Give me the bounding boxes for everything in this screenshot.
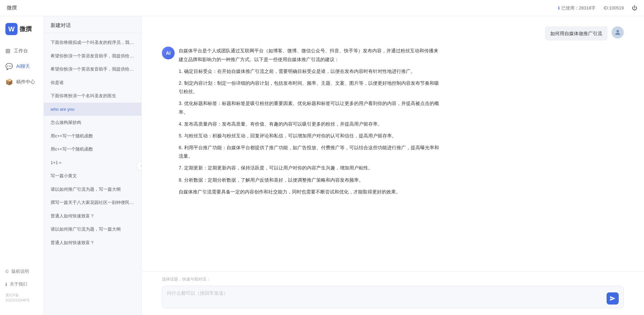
send-button[interactable] bbox=[607, 292, 619, 305]
history-item[interactable]: 用c++写一个随机函数 bbox=[44, 129, 141, 143]
history-item[interactable]: 下面你将扮演一个名叫圣友的医生 bbox=[44, 89, 141, 103]
components-label: 稿件中心 bbox=[16, 79, 35, 85]
history-sidebar: 新建对话 下面你将模拟成一个叫圣友的程序员，我说...希望你扮演一个英语发音助手… bbox=[44, 16, 142, 315]
copyright-label: 版权说明 bbox=[11, 268, 29, 274]
new-chat-button[interactable]: 新建对话 bbox=[44, 16, 141, 33]
history-item[interactable]: 希望你扮演一个英语发音助手，我提供给你... bbox=[44, 49, 141, 63]
sidebar-item-about[interactable]: ℹ 关于我们 bbox=[0, 278, 43, 291]
info-icon: ℹ bbox=[558, 5, 560, 10]
nav-bottom: © 版权说明 ℹ 关于我们 冀ICP备2022015948号 bbox=[0, 262, 43, 308]
copyright-icon: © bbox=[5, 269, 9, 274]
sidebar-item-aichat[interactable]: 💬 AI聊天 bbox=[0, 59, 43, 74]
nav-logo: W 微撰 bbox=[0, 23, 43, 43]
history-item[interactable]: 你是谁 bbox=[44, 76, 141, 89]
usage-info: ℹ 已使用：28318字 bbox=[558, 5, 595, 11]
history-item[interactable]: 请以如何推广引流为题，写一篇大纲 bbox=[44, 183, 141, 196]
svg-point-0 bbox=[616, 30, 619, 32]
usage-text: 已使用：28318字 bbox=[561, 5, 595, 11]
user-message-text: 如何用自媒体做推广引流 bbox=[545, 26, 608, 41]
quick-topics-label: 选择话题，快速与我对话： bbox=[162, 277, 624, 282]
history-item[interactable]: who are you bbox=[44, 103, 141, 116]
sidebar-item-components[interactable]: 📦 稿件中心 bbox=[0, 74, 43, 90]
aichat-label: AI聊天 bbox=[16, 63, 30, 70]
power-button[interactable]: ⏻ bbox=[632, 5, 637, 11]
topbar-right: ℹ 已使用：28318字 ID:100519 ⏻ bbox=[558, 5, 637, 11]
user-message-group: 如何用自媒体做推广引流 bbox=[162, 26, 624, 41]
chat-input-area: 选择话题，快速与我对话： bbox=[142, 271, 644, 315]
topbar: 微撰 ℹ 已使用：28318字 ID:100519 ⏻ bbox=[0, 0, 644, 16]
history-list: 下面你将模拟成一个叫圣友的程序员，我说...希望你扮演一个英语发音助手，我提供给… bbox=[44, 33, 141, 315]
about-icon: ℹ bbox=[5, 282, 7, 287]
user-avatar bbox=[612, 26, 624, 38]
workbench-label: 工作台 bbox=[14, 48, 28, 54]
ai-message-group: AI 自媒体平台是个人或团队通过互联网平台（如博客、微博、微信公众号、抖音、快手… bbox=[162, 47, 624, 200]
history-item[interactable]: 下面你将模拟成一个叫圣友的程序员，我说... bbox=[44, 36, 141, 49]
input-wrapper bbox=[162, 286, 624, 308]
ai-message-text: 自媒体平台是个人或团队通过互联网平台（如博客、微博、微信公众号、抖音、快手等）发… bbox=[179, 47, 442, 200]
history-item[interactable]: 普通人如何快速致富？ bbox=[44, 236, 141, 250]
history-item[interactable]: 怎么做狗屎炒肉 bbox=[44, 116, 141, 129]
history-item[interactable]: 普通人如何快速致富？ bbox=[44, 209, 141, 223]
id-text: ID:100519 bbox=[604, 5, 624, 10]
components-icon: 📦 bbox=[5, 78, 13, 86]
logo-icon: W bbox=[5, 23, 18, 35]
chat-area: 如何用自媒体做推广引流 AI 自媒体平台是个人或团队通过互联网平台（如博客、微博… bbox=[142, 16, 644, 315]
history-item[interactable]: 撰写一篇关于八大家花园社区一刻钟便民生... bbox=[44, 196, 141, 209]
chat-messages: 如何用自媒体做推广引流 AI 自媒体平台是个人或团队通过互联网平台（如博客、微博… bbox=[142, 16, 644, 271]
history-item[interactable]: 1+1＝ bbox=[44, 156, 141, 169]
history-item[interactable]: 请以如何推广引流为题，写一篇大纲 bbox=[44, 222, 141, 236]
left-nav: W 微撰 ⊞ 工作台 💬 AI聊天 📦 稿件中心 © 版权说明 ℹ bbox=[0, 16, 44, 315]
history-item[interactable]: 用c++写一个随机函数 bbox=[44, 142, 141, 156]
aichat-icon: 💬 bbox=[5, 63, 13, 70]
beian-text: 冀ICP备2022015948号 bbox=[0, 291, 43, 305]
sidebar-item-copyright[interactable]: © 版权说明 bbox=[0, 265, 43, 278]
main-layout: W 微撰 ⊞ 工作台 💬 AI聊天 📦 稿件中心 © 版权说明 ℹ bbox=[0, 16, 644, 315]
chat-input[interactable] bbox=[167, 289, 603, 305]
history-item[interactable]: 希望你扮演一个英语发音助手，我提供给你... bbox=[44, 62, 141, 76]
sidebar-item-workbench[interactable]: ⊞ 工作台 bbox=[0, 43, 43, 59]
nav-items: ⊞ 工作台 💬 AI聊天 📦 稿件中心 bbox=[0, 43, 43, 262]
topbar-title: 微撰 bbox=[7, 5, 17, 11]
about-label: 关于我们 bbox=[10, 281, 27, 287]
ai-avatar: AI bbox=[162, 47, 175, 59]
logo-text: 微撰 bbox=[20, 25, 32, 33]
history-item[interactable]: 写一篇小黄文 bbox=[44, 169, 141, 183]
workbench-icon: ⊞ bbox=[5, 47, 10, 55]
